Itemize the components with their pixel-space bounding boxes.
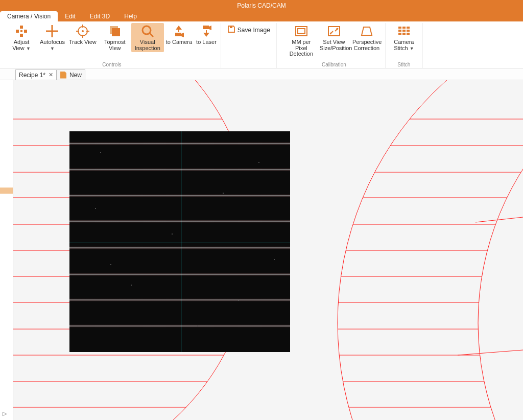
svg-rect-28 bbox=[328, 27, 340, 36]
save-image-label: Save Image bbox=[237, 27, 270, 34]
svg-rect-40 bbox=[407, 33, 410, 35]
document-tab-label: New bbox=[69, 72, 82, 79]
svg-rect-39 bbox=[402, 33, 406, 35]
svg-rect-27 bbox=[298, 29, 305, 34]
layers-icon bbox=[108, 24, 122, 38]
track-view-label: Track View bbox=[69, 39, 97, 45]
to-laser-button[interactable]: to Laser bbox=[194, 23, 219, 52]
svg-rect-14 bbox=[112, 28, 120, 36]
to-camera-icon bbox=[172, 24, 186, 38]
save-icon bbox=[227, 25, 235, 35]
svg-rect-4 bbox=[20, 30, 22, 32]
autofocus-label: Autofocus▼ bbox=[40, 39, 65, 51]
document-tab-label: Recipe 1* bbox=[19, 72, 45, 79]
svg-marker-17 bbox=[176, 26, 182, 30]
svg-rect-32 bbox=[398, 27, 401, 29]
mm-per-pixel-button[interactable]: MM per Pixel Detection bbox=[285, 23, 318, 58]
workspace: ▷ bbox=[0, 80, 523, 420]
dropdown-caret-icon: ▼ bbox=[50, 46, 55, 51]
topmost-view-label: Topmost View bbox=[101, 39, 129, 51]
svg-rect-21 bbox=[203, 26, 209, 29]
app-title: Polaris CAD/CAM bbox=[237, 2, 286, 9]
menu-tab-camera-vision[interactable]: Camera / Vision bbox=[0, 11, 58, 21]
autofocus-button[interactable]: Autofocus▼ bbox=[38, 23, 67, 52]
adjust-view-button[interactable]: Adjust View ▼ bbox=[5, 23, 38, 52]
perspective-correction-label: Perspective Correction bbox=[352, 39, 381, 51]
title-bar: Polaris CAD/CAM bbox=[0, 0, 523, 11]
menu-tab-help[interactable]: Help bbox=[117, 11, 144, 21]
ribbon-group-stitch: Camera Stitch ▼ Stitch bbox=[386, 23, 423, 68]
menu-tab-edit[interactable]: Edit bbox=[58, 11, 83, 21]
gutter-marker bbox=[0, 188, 13, 194]
dropdown-caret-icon: ▼ bbox=[26, 46, 31, 51]
menu-bar: Camera / Vision Edit Edit 3D Help bbox=[0, 11, 523, 21]
ribbon-group-controls: Adjust View ▼ Autofocus▼ Track View Topm… bbox=[3, 23, 221, 68]
save-image-button[interactable]: Save Image bbox=[223, 23, 274, 37]
camera-stitch-button[interactable]: Camera Stitch ▼ bbox=[388, 23, 420, 52]
ribbon-group-save: Save Image bbox=[221, 23, 277, 68]
svg-rect-2 bbox=[24, 30, 27, 33]
calibration-group-label: Calibration bbox=[283, 62, 385, 67]
controls-group-label: Controls bbox=[3, 62, 221, 67]
stitch-group-label: Stitch bbox=[386, 62, 422, 67]
svg-rect-0 bbox=[20, 26, 23, 29]
file-icon bbox=[60, 72, 66, 79]
svg-rect-3 bbox=[20, 34, 23, 37]
visual-inspection-button[interactable]: Visual Inspection bbox=[131, 23, 164, 52]
to-camera-button[interactable]: to Camera bbox=[164, 23, 194, 52]
set-view-size-label: Set View Size/Position bbox=[320, 39, 348, 51]
svg-rect-36 bbox=[402, 30, 406, 32]
svg-rect-19 bbox=[175, 33, 181, 36]
crosshair-horizontal bbox=[69, 243, 290, 243]
target-icon bbox=[76, 24, 90, 38]
svg-line-68 bbox=[476, 217, 523, 222]
svg-rect-25 bbox=[230, 26, 232, 28]
svg-marker-24 bbox=[203, 33, 209, 37]
to-laser-icon bbox=[199, 24, 213, 38]
menu-tab-edit-3d[interactable]: Edit 3D bbox=[83, 11, 117, 21]
ribbon-group-calibration: MM per Pixel Detection Set View Size/Pos… bbox=[283, 23, 386, 68]
set-view-size-button[interactable]: Set View Size/Position bbox=[318, 23, 350, 58]
frame-icon bbox=[294, 24, 308, 38]
svg-marker-22 bbox=[209, 26, 211, 30]
adjust-view-icon bbox=[14, 24, 29, 38]
svg-line-69 bbox=[458, 350, 523, 355]
svg-marker-31 bbox=[362, 27, 372, 35]
camera-view bbox=[69, 131, 290, 352]
ribbon: Adjust View ▼ Autofocus▼ Track View Topm… bbox=[0, 21, 523, 69]
topmost-view-button[interactable]: Topmost View bbox=[99, 23, 131, 52]
left-gutter: ▷ bbox=[0, 80, 13, 420]
svg-point-12 bbox=[82, 30, 84, 32]
crosshair-vertical bbox=[181, 131, 181, 352]
svg-rect-37 bbox=[407, 30, 410, 32]
track-view-button[interactable]: Track View bbox=[67, 23, 99, 52]
svg-marker-20 bbox=[181, 33, 184, 37]
design-canvas[interactable] bbox=[13, 80, 523, 420]
scroll-right-icon[interactable]: ▷ bbox=[3, 410, 7, 417]
resize-icon bbox=[327, 24, 341, 38]
visual-inspection-label: Visual Inspection bbox=[133, 39, 162, 51]
perspective-icon bbox=[360, 24, 374, 38]
to-camera-label: to Camera bbox=[166, 39, 192, 45]
mm-per-pixel-label: MM per Pixel Detection bbox=[287, 39, 316, 57]
magnifier-icon bbox=[140, 24, 155, 38]
document-tabs: Recipe 1* ✕ New bbox=[0, 69, 523, 80]
close-icon[interactable]: ✕ bbox=[49, 72, 53, 78]
dropdown-caret-icon: ▼ bbox=[410, 46, 414, 51]
svg-rect-33 bbox=[402, 27, 406, 29]
svg-line-16 bbox=[150, 33, 153, 37]
adjust-view-label: Adjust View ▼ bbox=[7, 39, 36, 51]
grid-icon bbox=[397, 24, 411, 38]
autofocus-icon bbox=[45, 24, 59, 38]
svg-rect-35 bbox=[398, 30, 401, 32]
document-tab-new[interactable]: New bbox=[57, 69, 85, 80]
svg-rect-1 bbox=[16, 30, 19, 33]
svg-point-15 bbox=[142, 26, 151, 34]
camera-stitch-label: Camera Stitch ▼ bbox=[390, 39, 418, 51]
to-laser-label: to Laser bbox=[196, 39, 217, 45]
document-tab-recipe[interactable]: Recipe 1* ✕ bbox=[15, 69, 57, 80]
svg-rect-34 bbox=[407, 27, 410, 29]
perspective-correction-button[interactable]: Perspective Correction bbox=[350, 23, 383, 58]
svg-rect-38 bbox=[398, 33, 401, 35]
